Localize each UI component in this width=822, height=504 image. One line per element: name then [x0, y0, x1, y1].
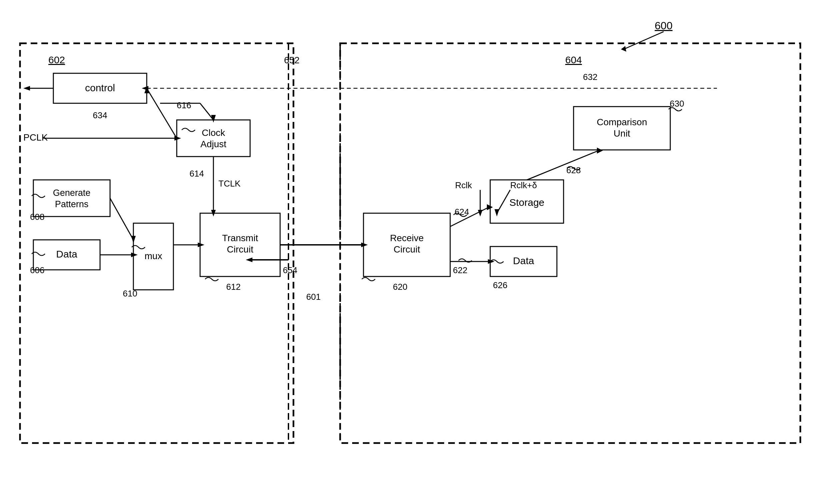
svg-text:Rclk+δ: Rclk+δ: [510, 180, 537, 190]
svg-text:PCLK: PCLK: [23, 132, 48, 143]
svg-text:632: 632: [583, 72, 597, 82]
svg-text:614: 614: [189, 169, 204, 179]
diagram-svg: control Clock Adjust Generate Patterns D…: [0, 0, 822, 504]
svg-line-73: [624, 32, 664, 49]
svg-text:608: 608: [30, 212, 44, 222]
svg-text:620: 620: [393, 282, 407, 292]
svg-text:Data: Data: [513, 255, 534, 266]
svg-text:602: 602: [48, 54, 65, 65]
svg-text:Circuit: Circuit: [227, 244, 254, 254]
svg-text:Circuit: Circuit: [394, 244, 420, 254]
svg-text:630: 630: [670, 99, 684, 109]
svg-marker-61: [478, 210, 482, 217]
svg-line-69: [527, 150, 600, 180]
svg-text:600: 600: [655, 20, 672, 32]
svg-text:mux: mux: [145, 251, 162, 261]
svg-line-37: [147, 88, 177, 138]
svg-rect-6: [177, 120, 250, 157]
diagram: control Clock Adjust Generate Patterns D…: [0, 0, 822, 504]
svg-text:Generate: Generate: [53, 188, 91, 198]
svg-text:Receive: Receive: [390, 233, 423, 243]
svg-line-34: [200, 103, 214, 120]
svg-text:control: control: [85, 82, 115, 93]
svg-text:626: 626: [493, 280, 507, 290]
svg-rect-9: [33, 180, 110, 217]
svg-text:Rclk: Rclk: [455, 180, 472, 190]
svg-text:Unit: Unit: [613, 128, 630, 139]
svg-text:616: 616: [177, 100, 191, 110]
svg-text:610: 610: [123, 288, 137, 298]
svg-marker-74: [621, 46, 626, 52]
svg-text:Comparison: Comparison: [597, 117, 647, 127]
svg-text:601: 601: [306, 292, 321, 302]
svg-text:Adjust: Adjust: [200, 139, 227, 149]
svg-text:652: 652: [284, 55, 300, 65]
svg-text:Transmit: Transmit: [222, 233, 258, 243]
svg-text:622: 622: [453, 265, 467, 275]
svg-text:634: 634: [93, 110, 107, 120]
svg-text:Storage: Storage: [509, 197, 544, 208]
svg-text:TCLK: TCLK: [219, 179, 241, 189]
svg-text:Patterns: Patterns: [55, 199, 89, 209]
svg-text:654: 654: [283, 265, 297, 275]
svg-text:Clock: Clock: [202, 128, 226, 138]
svg-line-46: [110, 198, 133, 240]
svg-text:Data: Data: [56, 249, 77, 259]
svg-text:604: 604: [565, 54, 582, 65]
svg-text:612: 612: [226, 282, 241, 292]
svg-marker-30: [23, 86, 30, 91]
svg-text:606: 606: [30, 265, 44, 275]
